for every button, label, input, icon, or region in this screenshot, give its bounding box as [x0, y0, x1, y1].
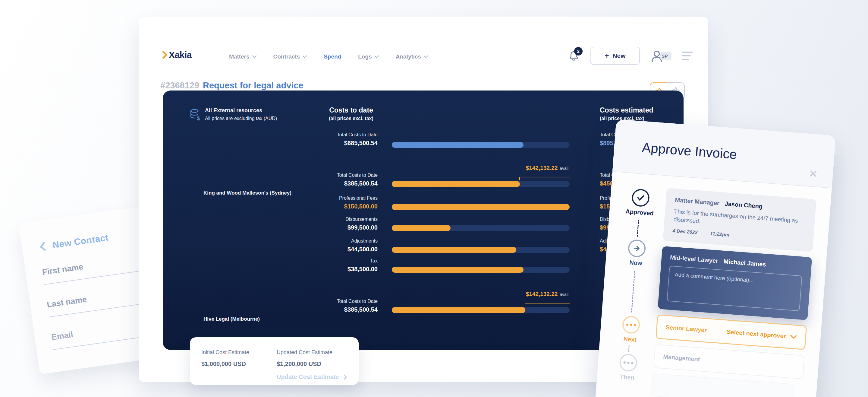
- ellipsis-circle-icon: [619, 353, 638, 372]
- approval-timeline: Approved Now Next: [604, 185, 659, 397]
- current-approver-card: Mid-level Lawyer Michael James: [658, 246, 812, 320]
- new-contact-title: New Contact: [52, 232, 109, 250]
- first-name-label: First name: [41, 252, 153, 277]
- chevron-down-icon: [252, 56, 256, 58]
- timeline-step-approved: Approved: [621, 188, 659, 217]
- approver-name: Jason Cheng: [724, 200, 763, 210]
- check-circle-icon: [631, 189, 650, 207]
- nav-item-matters[interactable]: Matters: [229, 53, 256, 60]
- row-progress-bar: [392, 181, 569, 187]
- back-chevron-icon[interactable]: [38, 241, 47, 252]
- overall-progress-bar: [392, 142, 569, 148]
- coins-dollar-icon: $: [189, 108, 201, 122]
- row-progress-bar: [392, 267, 569, 273]
- timeline-connector: [631, 271, 635, 313]
- row-label-block: Tax $38,500.00: [302, 258, 378, 273]
- approver-role: Matter Manager: [675, 196, 720, 207]
- timeline-connector: [628, 345, 629, 352]
- approval-date: 4 Dec 2022: [673, 228, 698, 236]
- future-approver-card: Management: [653, 344, 805, 379]
- close-icon[interactable]: [809, 170, 817, 178]
- approver-role: Management: [663, 353, 701, 363]
- timeline-connector: [637, 220, 639, 236]
- timeline-step-next: Next: [612, 315, 650, 344]
- approver-name: Michael James: [723, 258, 767, 268]
- marketing-canvas: New Contact First name Last name Email X…: [0, 0, 868, 397]
- logo-text: Xakia: [169, 50, 192, 60]
- nav-item-analytics[interactable]: Analytics: [396, 53, 428, 60]
- topbar-actions: 2 + New SP: [568, 47, 692, 65]
- row-progress-bar: [392, 247, 569, 253]
- chevron-down-icon: [424, 56, 428, 58]
- new-button[interactable]: + New: [590, 47, 640, 65]
- row-label-block: Total Costs to Date $385,500.54: [302, 173, 378, 187]
- chevron-down-icon: [790, 335, 797, 339]
- resources-title: All External resources: [205, 107, 277, 114]
- row-progress-bar: [392, 307, 569, 313]
- chevron-down-icon: [303, 56, 307, 58]
- arrow-right-circle-icon: [627, 239, 646, 258]
- nav-item-contracts[interactable]: Contracts: [273, 53, 307, 60]
- nav-item-logs[interactable]: Logs: [358, 53, 378, 60]
- row-progress-bar: [392, 204, 569, 210]
- costs-to-date-header: Costs to date (all prices excl. tax): [307, 106, 395, 121]
- nav-items: Matters Contracts Spend Logs Analytics: [229, 53, 428, 60]
- approval-steps: Matter Manager Jason Cheng This is for t…: [648, 188, 816, 397]
- row-label-block: Disbursements $99,500.00: [302, 217, 378, 231]
- row-label-block: Professional Fees $150,500.00: [302, 196, 378, 210]
- user-menu[interactable]: SP: [650, 49, 672, 62]
- select-next-approver-dropdown[interactable]: Select next approver: [727, 329, 797, 341]
- firm-name: King and Wood Malleson's (Sydney): [204, 190, 303, 196]
- xakia-logo[interactable]: Xakia: [160, 50, 192, 60]
- approver-role: Senior Lawyer: [665, 324, 707, 334]
- approved-comment-card: Matter Manager Jason Cheng This is for t…: [663, 188, 816, 252]
- cost-estimate-card: Initial Cost Estimate $1,000,000 USD Upd…: [190, 337, 359, 385]
- matter-header: #2368129 Request for legal advice: [160, 81, 304, 90]
- available-amount: $142,132.22avail.: [392, 165, 569, 171]
- approver-role: Mid-level Lawyer: [670, 254, 718, 264]
- row-label-block: Total Costs to Date $385,500.54: [302, 299, 378, 313]
- modal-body: Approved Now Next: [604, 173, 817, 397]
- new-contact-header: New Contact: [38, 227, 150, 252]
- chevron-right-icon: [343, 374, 347, 380]
- costs-estimated-header: Costs estimated (all prices excl. tax): [600, 106, 678, 121]
- ellipsis-circle-icon: [622, 316, 641, 334]
- menu-icon[interactable]: [682, 52, 692, 60]
- matter-number: #2368129: [160, 81, 199, 90]
- nav-item-spend[interactable]: Spend: [324, 53, 341, 60]
- approve-invoice-modal: Approve Invoice Approved: [592, 119, 836, 397]
- timeline-step-then: Then: [609, 353, 647, 382]
- firm-name: Hive Legal (Melbourne): [204, 316, 303, 322]
- available-bracket: [525, 303, 570, 307]
- updated-estimate: Updated Cost Estimate $1,200,000 USD: [277, 349, 333, 367]
- avatar-initials-pill: SP: [660, 52, 672, 60]
- chevron-down-icon: [375, 56, 379, 58]
- section-divider: [174, 283, 672, 283]
- overall-total-block: Total Costs to Date $685,500.54: [302, 132, 378, 147]
- top-navbar: Xakia Matters Contracts Spend Logs: [138, 17, 708, 62]
- plus-icon: +: [604, 52, 609, 60]
- modal-title: Approve Invoice: [641, 140, 737, 162]
- update-cost-estimate-link[interactable]: Update Cost Estimate: [277, 373, 347, 380]
- first-name-field[interactable]: First name: [41, 252, 154, 285]
- resources-header: All External resources All prices are ex…: [205, 107, 277, 121]
- initial-estimate: Initial Cost Estimate $1,000,000 USD: [201, 349, 249, 367]
- ghost-approver-card: [651, 373, 795, 397]
- comment-input[interactable]: [667, 266, 802, 311]
- approval-time: 11:22pm: [710, 231, 730, 238]
- notification-badge: 2: [574, 47, 583, 56]
- available-bracket: [519, 177, 569, 180]
- next-approver-select[interactable]: Senior Lawyer Select next approver: [655, 314, 807, 350]
- notifications-button[interactable]: 2: [568, 50, 580, 62]
- timeline-step-now: Now: [618, 238, 655, 268]
- page-title: Request for legal advice: [203, 81, 304, 90]
- row-label-block: Adjustments $44,500.00: [302, 238, 378, 253]
- svg-text:$: $: [197, 115, 200, 121]
- row-progress-bar: [392, 225, 569, 231]
- resources-subtitle: All prices are excluding tax (AUD): [205, 116, 277, 121]
- available-amount: $142,132.22avail.: [392, 291, 569, 297]
